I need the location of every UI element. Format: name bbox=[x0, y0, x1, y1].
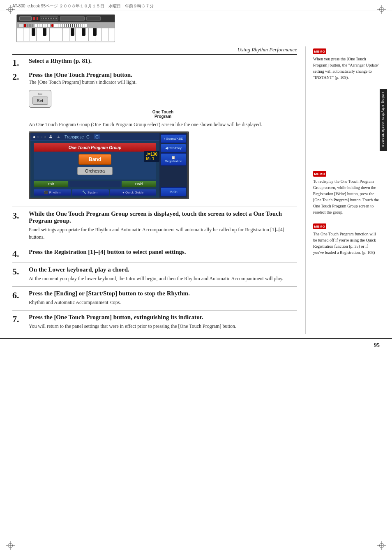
step-2-content: Press the [One Touch Program] button. Th… bbox=[29, 71, 297, 203]
step-6: 6. Press the [Ending] or [Start/Stop] bu… bbox=[12, 290, 297, 306]
exit-button[interactable]: Exit bbox=[34, 181, 68, 187]
content-area: Using Rhythm Performance 1. Select a Rhy… bbox=[12, 46, 306, 334]
step-6-desc: Rhythm and Automatic Accompaniment stops… bbox=[29, 299, 297, 306]
step-3: 3. While the One Touch Program Group scr… bbox=[12, 210, 297, 241]
screen-note: An One Touch Program Group (One Touch Pr… bbox=[29, 121, 297, 128]
memo-1: MEMO When you press the [One Touch Progr… bbox=[313, 48, 380, 81]
step-2: 2. Press the [One Touch Program] button.… bbox=[12, 71, 297, 203]
top-bar: AT-800_e.book 95ページ ２００８年１０月１５日 水曜日 午前９時… bbox=[0, 0, 392, 11]
step-6-title: Press the [Ending] or [Start/Stop] butto… bbox=[29, 290, 297, 297]
tempo-display: ♩=130 M: 1 bbox=[144, 151, 159, 162]
registration-button[interactable]: 📋 Registration bbox=[161, 153, 186, 166]
memo-2-text: To redisplay the One Touch Program Group… bbox=[313, 178, 380, 215]
corner-mark-tl bbox=[6, 5, 15, 14]
keyboard-area bbox=[0, 11, 392, 44]
page-container: AT-800_e.book 95ページ ２００８年１０月１５日 水曜日 午前９時… bbox=[0, 0, 392, 555]
step-5-content: On the Lower keyboard, play a chord. At … bbox=[29, 266, 297, 282]
step-2-number: 2. bbox=[12, 72, 25, 81]
step-5: 5. On the Lower keyboard, play a chord. … bbox=[12, 266, 297, 282]
step-4-title: Press the Registration [1]–[4] button to… bbox=[29, 249, 297, 256]
corner-mark-br bbox=[377, 541, 386, 550]
main-layout: Using Rhythm Performance 1. Select a Rhy… bbox=[0, 44, 392, 334]
divider-3 bbox=[12, 263, 297, 263]
memo-2: MEMO To redisplay the One Touch Program … bbox=[313, 171, 380, 215]
step-4: 4. Press the Registration [1]–[4] button… bbox=[12, 249, 297, 258]
sound-kbd-button[interactable]: ♪ Sound/KBD bbox=[161, 134, 186, 143]
step-2-title: Press the [One Touch Program] button. bbox=[29, 71, 297, 78]
step-5-title: On the Lower keyboard, play a chord. bbox=[29, 266, 297, 273]
step-3-content: While the One Touch Program Group screen… bbox=[29, 210, 297, 241]
step-7-title: Press the [One Touch Program] button, ex… bbox=[29, 314, 297, 321]
step-1: 1. Select a Rhythm (p. 81). bbox=[12, 58, 297, 67]
memo-1-text: When you press the [One Touch Program] b… bbox=[313, 56, 380, 81]
step-1-number: 1. bbox=[12, 58, 25, 67]
corner-mark-bl bbox=[6, 541, 15, 550]
band-button[interactable]: Band bbox=[78, 154, 111, 165]
rhythm-button[interactable]: ⬛ Rhythm bbox=[34, 189, 71, 196]
set-button-container: Set One Touch Program bbox=[29, 90, 297, 119]
spacer-btn bbox=[69, 181, 120, 187]
step-3-number: 3. bbox=[12, 211, 25, 220]
set-button: Set bbox=[29, 90, 51, 108]
memo-1-icon: MEMO bbox=[313, 48, 326, 54]
memo-2-title: MEMO bbox=[313, 171, 380, 177]
divider-4 bbox=[12, 286, 297, 287]
main-button[interactable]: Main bbox=[161, 187, 186, 196]
one-touch-program-label: One Touch Program bbox=[29, 110, 297, 119]
divider-1 bbox=[12, 207, 297, 207]
rec-play-button[interactable]: ◀ Rec/Play bbox=[161, 144, 186, 152]
step-5-desc: At the moment you play the lower keyboar… bbox=[29, 275, 297, 282]
step-5-number: 5. bbox=[12, 267, 25, 276]
divider-2 bbox=[12, 245, 297, 245]
step-7-desc: You will return to the panel settings th… bbox=[29, 322, 297, 330]
memo-1-title: MEMO bbox=[313, 48, 380, 54]
set-button-label: Set bbox=[32, 97, 48, 105]
step-7-number: 7. bbox=[12, 315, 25, 324]
memo-3-title: MEMO bbox=[313, 223, 380, 229]
header-text: AT-800_e.book 95ページ ２００８年１０月１５日 水曜日 午前９時… bbox=[12, 3, 154, 9]
section-title: Using Rhythm Performance bbox=[12, 46, 297, 55]
sidebar: MEMO When you press the [One Touch Progr… bbox=[306, 46, 380, 334]
screen-mockup: ● ○ ○ ○ 4 4 Transpose C C bbox=[29, 131, 189, 199]
memo-3: MEMO The One Touch Program function will… bbox=[313, 223, 380, 256]
system-button[interactable]: 🔧 System bbox=[72, 189, 109, 196]
step-4-number: 4. bbox=[12, 249, 25, 258]
memo-3-text: The One Touch Program function will be t… bbox=[313, 231, 380, 256]
hold-button[interactable]: Hold bbox=[122, 181, 156, 187]
step-1-title: Select a Rhythm (p. 81). bbox=[29, 58, 297, 64]
memo-3-icon: MEMO bbox=[313, 223, 326, 229]
step-7-content: Press the [One Touch Program] button, ex… bbox=[29, 314, 297, 330]
step-6-number: 6. bbox=[12, 291, 25, 300]
orchestra-button[interactable]: Orchestra bbox=[77, 167, 113, 175]
otp-group-header: One Touch Program Group bbox=[69, 145, 122, 150]
button-led bbox=[38, 93, 42, 95]
guide-button[interactable]: ● Quick Guide bbox=[110, 189, 156, 196]
corner-mark-tr bbox=[377, 5, 386, 14]
step-6-content: Press the [Ending] or [Start/Stop] butto… bbox=[29, 290, 297, 306]
vertical-tab-label: Using Rhythm Performance bbox=[381, 92, 385, 147]
step-7: 7. Press the [One Touch Program] button,… bbox=[12, 314, 297, 330]
memo-2-icon: MEMO bbox=[313, 171, 326, 177]
page-number: 95 bbox=[0, 338, 392, 352]
step-1-content: Select a Rhythm (p. 81). bbox=[29, 58, 297, 64]
step-3-title: While the One Touch Program Group screen… bbox=[29, 210, 297, 224]
step-3-desc: Panel settings appropriate for the Rhyth… bbox=[29, 226, 297, 241]
divider-5 bbox=[12, 310, 297, 311]
step-4-content: Press the Registration [1]–[4] button to… bbox=[29, 249, 297, 256]
step-2-desc: The [One Touch Program] button's indicat… bbox=[29, 78, 297, 86]
